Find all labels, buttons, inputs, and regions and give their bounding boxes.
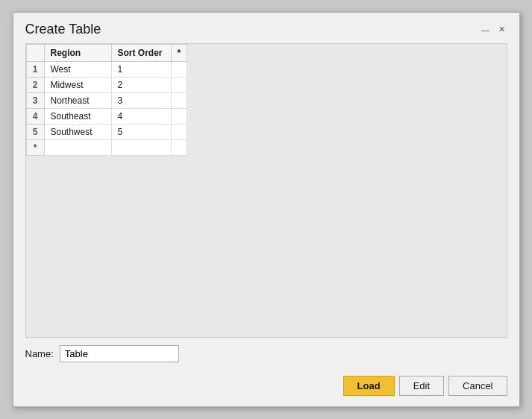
row-number: 2 <box>26 78 44 93</box>
table-row: 4Southeast4 <box>26 109 187 125</box>
cell-region[interactable]: Midwest <box>44 78 111 93</box>
name-label: Name: <box>25 348 54 359</box>
cell-asterisk <box>171 93 187 109</box>
cell-sort-order[interactable]: 2 <box>111 78 171 93</box>
new-row-cell <box>171 140 187 156</box>
dialog-title: Create Table <box>25 22 101 37</box>
cell-asterisk <box>171 125 187 140</box>
create-table-dialog: Create Table — ✕ Region Sort Order * 1We… <box>13 12 520 407</box>
cell-sort-order[interactable]: 5 <box>111 125 171 140</box>
title-bar: Create Table — ✕ <box>13 13 519 43</box>
load-button[interactable]: Load <box>343 376 395 396</box>
cell-asterisk <box>171 78 187 93</box>
new-row[interactable]: * <box>26 140 187 156</box>
close-button[interactable]: ✕ <box>497 25 507 35</box>
col-header-asterisk: * <box>171 45 187 62</box>
row-number: 4 <box>26 109 44 125</box>
cell-sort-order[interactable]: 1 <box>111 62 171 78</box>
cell-sort-order[interactable]: 3 <box>111 93 171 109</box>
row-number: 1 <box>26 62 44 78</box>
col-header-region: Region <box>44 45 111 62</box>
cell-asterisk <box>171 62 187 78</box>
window-controls: — ✕ <box>481 25 507 35</box>
cell-region[interactable]: Northeast <box>44 93 111 109</box>
cell-region[interactable]: Southwest <box>44 125 111 140</box>
cell-region[interactable]: Southeast <box>44 109 111 125</box>
row-number: 5 <box>26 125 44 140</box>
table-container: Region Sort Order * 1West12Midwest23Nort… <box>26 44 188 156</box>
new-row-cell: * <box>26 140 44 156</box>
name-input[interactable] <box>60 345 179 362</box>
new-row-cell <box>44 140 111 156</box>
new-row-cell <box>111 140 171 156</box>
minimize-button[interactable]: — <box>481 25 491 35</box>
table-row: 2Midwest2 <box>26 78 187 93</box>
table-row: 1West1 <box>26 62 187 78</box>
col-header-sort-order: Sort Order <box>111 45 171 62</box>
table-content-area: Region Sort Order * 1West12Midwest23Nort… <box>25 43 507 338</box>
row-num-header <box>26 45 44 62</box>
row-number: 3 <box>26 93 44 109</box>
cancel-button[interactable]: Cancel <box>448 376 507 396</box>
table-row: 5Southwest5 <box>26 125 187 140</box>
name-row: Name: <box>13 338 519 370</box>
cell-sort-order[interactable]: 4 <box>111 109 171 125</box>
table-row: 3Northeast3 <box>26 93 187 109</box>
cell-asterisk <box>171 109 187 125</box>
data-table: Region Sort Order * 1West12Midwest23Nort… <box>26 44 188 156</box>
cell-region[interactable]: West <box>44 62 111 78</box>
edit-button[interactable]: Edit <box>399 376 444 396</box>
button-row: Load Edit Cancel <box>13 370 519 406</box>
